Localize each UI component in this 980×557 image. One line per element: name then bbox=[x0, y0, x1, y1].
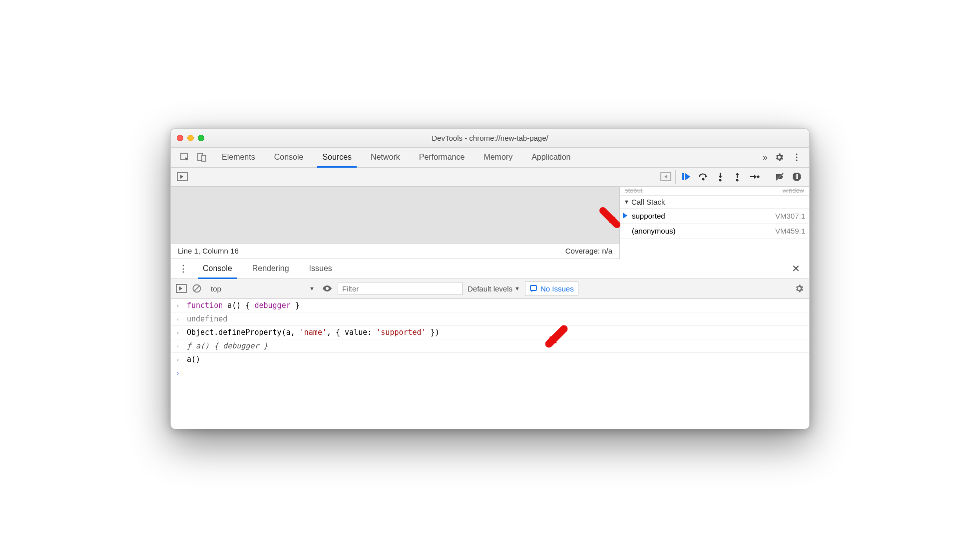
console-output[interactable]: ›function a() { debugger }‹undefined›Obj… bbox=[171, 299, 809, 429]
svg-point-20 bbox=[326, 287, 329, 290]
svg-rect-15 bbox=[796, 174, 797, 179]
console-line-content: ƒ a() { debugger } bbox=[187, 341, 804, 350]
console-sidebar-toggle-icon[interactable] bbox=[176, 284, 187, 293]
resume-icon[interactable] bbox=[680, 170, 693, 183]
context-select[interactable]: top ▼ bbox=[207, 284, 317, 293]
source-editor-area: Line 1, Column 16 Coverage: n/a bbox=[171, 187, 619, 259]
pause-on-exceptions-icon[interactable] bbox=[790, 170, 803, 183]
step-over-icon[interactable] bbox=[697, 170, 710, 183]
drawer-tab-rendering[interactable]: Rendering bbox=[243, 259, 298, 278]
step-into-icon[interactable] bbox=[714, 170, 727, 183]
svg-rect-2 bbox=[202, 155, 206, 161]
log-levels-select[interactable]: Default levels ▼ bbox=[468, 284, 520, 293]
console-row[interactable]: ›Object.defineProperty(a, 'name', { valu… bbox=[171, 326, 809, 339]
console-toolbar: top ▼ Default levels ▼ No Issues bbox=[171, 279, 809, 299]
console-line-content: Object.defineProperty(a, 'name', { value… bbox=[187, 328, 804, 337]
input-marker-icon: › bbox=[176, 355, 183, 363]
console-line-content: a() bbox=[187, 355, 804, 364]
frame-location: VM307:1 bbox=[775, 212, 805, 220]
tab-console[interactable]: Console bbox=[265, 148, 313, 167]
live-expression-icon[interactable] bbox=[322, 284, 333, 292]
svg-rect-8 bbox=[682, 173, 684, 180]
drawer-tab-console[interactable]: Console bbox=[194, 259, 241, 278]
frame-location: VM459:1 bbox=[775, 227, 805, 235]
step-icon[interactable] bbox=[748, 170, 761, 183]
input-marker-icon: › bbox=[176, 301, 183, 309]
svg-point-5 bbox=[796, 159, 797, 161]
console-settings-icon[interactable] bbox=[794, 283, 804, 293]
issues-button[interactable]: No Issues bbox=[525, 281, 578, 295]
console-row[interactable]: ‹ƒ a() { debugger } bbox=[171, 339, 809, 353]
tab-network[interactable]: Network bbox=[362, 148, 409, 167]
drawer-kebab-icon[interactable]: ⋮ bbox=[175, 263, 192, 274]
console-line-content: undefined bbox=[187, 314, 804, 323]
output-marker-icon: ‹ bbox=[176, 314, 183, 323]
chevron-down-icon: ▼ bbox=[309, 285, 315, 291]
console-row[interactable]: ›a() bbox=[171, 353, 809, 366]
main-tab-bar: Elements Console Sources Network Perform… bbox=[171, 148, 809, 168]
device-toolbar-icon[interactable] bbox=[197, 152, 207, 162]
debugger-pane-toggle-icon[interactable] bbox=[660, 172, 671, 181]
svg-rect-21 bbox=[530, 285, 536, 290]
issues-label: No Issues bbox=[540, 284, 574, 293]
console-row[interactable]: ›function a() { debugger } bbox=[171, 299, 809, 312]
minimize-button[interactable] bbox=[187, 135, 194, 141]
context-value: top bbox=[211, 284, 221, 293]
frame-name: (anonymous) bbox=[632, 227, 676, 235]
callstack-frame[interactable]: supported VM307:1 bbox=[620, 209, 809, 224]
console-line-content: function a() { debugger } bbox=[187, 301, 804, 310]
source-status-bar: Line 1, Column 16 Coverage: n/a bbox=[171, 243, 619, 259]
input-marker-icon: › bbox=[176, 328, 183, 336]
coverage-status: Coverage: n/a bbox=[565, 247, 612, 255]
callstack-frame[interactable]: (anonymous) VM459:1 bbox=[620, 224, 809, 239]
drawer-tab-issues[interactable]: Issues bbox=[300, 259, 341, 278]
sources-toolbar bbox=[171, 168, 809, 187]
callstack-section-header[interactable]: ▼ Call Stack bbox=[620, 196, 809, 209]
window-controls bbox=[177, 135, 204, 141]
close-button[interactable] bbox=[177, 135, 183, 141]
devtools-window: DevTools - chrome://new-tab-page/ Elemen… bbox=[170, 128, 810, 429]
debugger-controls bbox=[654, 170, 809, 184]
tab-performance[interactable]: Performance bbox=[410, 148, 474, 167]
svg-point-11 bbox=[736, 179, 739, 182]
zoom-button[interactable] bbox=[198, 135, 204, 141]
more-tabs-icon[interactable]: » bbox=[763, 152, 766, 163]
tab-memory[interactable]: Memory bbox=[475, 148, 521, 167]
console-row[interactable]: ‹undefined bbox=[171, 312, 809, 326]
svg-point-3 bbox=[796, 153, 797, 155]
svg-point-9 bbox=[702, 178, 705, 181]
output-marker-icon: ‹ bbox=[176, 341, 183, 350]
drawer-close-icon[interactable]: ✕ bbox=[787, 263, 805, 275]
frame-name: supported bbox=[632, 212, 665, 220]
tab-sources[interactable]: Sources bbox=[313, 148, 361, 167]
tab-elements[interactable]: Elements bbox=[213, 148, 264, 167]
settings-icon[interactable] bbox=[774, 152, 784, 162]
debugger-sidebar: stobut window ▼ Call Stack supported VM3… bbox=[619, 187, 809, 259]
navigator-toggle-icon[interactable] bbox=[177, 172, 188, 181]
window-title: DevTools - chrome://new-tab-page/ bbox=[171, 134, 809, 142]
console-row[interactable]: › bbox=[171, 366, 809, 379]
svg-point-10 bbox=[719, 179, 722, 182]
sources-content: Line 1, Column 16 Coverage: n/a stobut w… bbox=[171, 187, 809, 259]
svg-point-12 bbox=[757, 176, 760, 178]
cursor-position: Line 1, Column 16 bbox=[178, 247, 239, 255]
deactivate-breakpoints-icon[interactable] bbox=[773, 170, 786, 183]
truncated-row: stobut window bbox=[620, 187, 809, 196]
svg-point-4 bbox=[796, 156, 797, 158]
callstack-title: Call Stack bbox=[631, 198, 665, 206]
svg-rect-16 bbox=[797, 174, 798, 179]
disclosure-triangle-icon: ▼ bbox=[624, 199, 629, 205]
svg-line-19 bbox=[194, 286, 199, 291]
inspect-icon[interactable] bbox=[180, 152, 190, 162]
titlebar: DevTools - chrome://new-tab-page/ bbox=[171, 129, 809, 148]
prompt-marker-icon: › bbox=[176, 368, 183, 377]
tab-application[interactable]: Application bbox=[522, 148, 579, 167]
step-out-icon[interactable] bbox=[731, 170, 744, 183]
levels-label: Default levels bbox=[468, 284, 512, 293]
drawer-tab-bar: ⋮ Console Rendering Issues ✕ bbox=[171, 259, 809, 279]
kebab-menu-icon[interactable] bbox=[792, 153, 801, 162]
chevron-down-icon: ▼ bbox=[514, 285, 520, 291]
clear-console-icon[interactable] bbox=[192, 283, 202, 293]
filter-input[interactable] bbox=[338, 282, 463, 295]
